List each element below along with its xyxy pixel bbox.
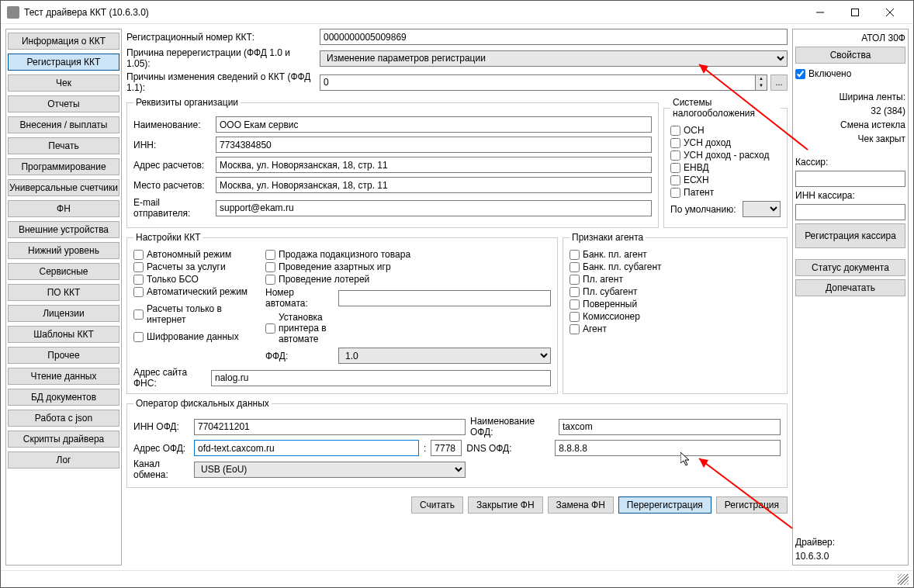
minimize-button[interactable] bbox=[802, 2, 837, 23]
org-inn-label: ИНН: bbox=[133, 140, 211, 150]
kkt-legend: Настройки ККТ bbox=[133, 232, 203, 243]
nav-print[interactable]: Печать bbox=[8, 137, 119, 154]
agent-paysub-check[interactable] bbox=[570, 287, 580, 297]
reg-cashier-button[interactable]: Регистрация кассира bbox=[795, 223, 905, 248]
changes-input[interactable] bbox=[320, 74, 755, 91]
tax-envd-check[interactable] bbox=[670, 163, 680, 173]
tape-value: 32 (384) bbox=[795, 105, 905, 116]
ofd-name-input[interactable] bbox=[559, 419, 781, 435]
nav-bddoc[interactable]: БД документов bbox=[8, 389, 119, 406]
changes-browse-button[interactable]: ... bbox=[770, 74, 788, 91]
ofd-channel-select[interactable]: USB (EoU) bbox=[194, 462, 466, 478]
nav-check[interactable]: Чек bbox=[8, 74, 119, 92]
kkt-internet-check[interactable] bbox=[133, 310, 144, 320]
cashier-input[interactable] bbox=[795, 171, 905, 187]
nav-software[interactable]: ПО ККТ bbox=[8, 284, 119, 301]
agent-fieldset: Признаки агента Банк. пл. агент Банк. пл… bbox=[563, 232, 788, 394]
resize-grip-icon[interactable] bbox=[898, 574, 909, 585]
org-name-input[interactable] bbox=[216, 116, 652, 133]
org-fieldset: Реквизиты организации Наименование: ИНН:… bbox=[126, 97, 659, 228]
nav-registration[interactable]: Регистрация ККТ bbox=[8, 54, 119, 71]
tax-patent-check[interactable] bbox=[670, 188, 680, 198]
nav-templates[interactable]: Шаблоны ККТ bbox=[8, 326, 119, 343]
org-email-input[interactable] bbox=[216, 200, 652, 216]
nav-fn[interactable]: ФН bbox=[8, 200, 119, 217]
ofd-addr-input[interactable] bbox=[194, 440, 419, 456]
org-place-input[interactable] bbox=[216, 177, 652, 193]
nav-log[interactable]: Лог bbox=[8, 451, 119, 469]
replace-fn-button[interactable]: Замена ФН bbox=[548, 496, 614, 514]
regnum-input[interactable] bbox=[320, 29, 788, 45]
nav-deposits[interactable]: Внесения / выплаты bbox=[8, 116, 119, 133]
nav-reports[interactable]: Отчеты bbox=[8, 95, 119, 112]
tax-default-select[interactable] bbox=[743, 201, 781, 217]
tax-legend: Системы налогооболожения bbox=[670, 97, 781, 119]
tax-patent-label: Патент bbox=[684, 187, 714, 198]
tax-usn-dr-check[interactable] bbox=[670, 150, 680, 161]
ofd-inn-input[interactable] bbox=[194, 419, 466, 435]
props-button[interactable]: Свойства bbox=[795, 47, 905, 64]
nav-json[interactable]: Работа с json bbox=[8, 410, 119, 427]
nav-ext[interactable]: Внешние устройства bbox=[8, 221, 119, 238]
shift-status: Смена истекла bbox=[795, 119, 905, 130]
nav-licenses[interactable]: Лицензии bbox=[8, 305, 119, 322]
agent-banksub-check[interactable] bbox=[570, 262, 580, 272]
nav-readdata[interactable]: Чтение данных bbox=[8, 368, 119, 385]
kkt-gambling-check[interactable] bbox=[265, 262, 275, 272]
doc-status-button[interactable]: Статус документа bbox=[795, 259, 905, 276]
changes-spinner[interactable]: ▲▼ bbox=[755, 74, 767, 91]
titlebar: Тест драйвера ККТ (10.6.3.0) bbox=[1, 1, 913, 24]
org-name-label: Наименование: bbox=[133, 119, 211, 130]
reason-label: Причина перерегистрации (ФФД 1.0 и 1.05)… bbox=[126, 47, 317, 69]
close-button[interactable] bbox=[872, 2, 907, 23]
org-email-label: E-mail отправителя: bbox=[133, 197, 211, 219]
nav-info[interactable]: Информация о ККТ bbox=[8, 33, 119, 50]
cashier-inn-input[interactable] bbox=[795, 204, 905, 220]
driver-version: 10.6.3.0 bbox=[795, 551, 905, 562]
reason-select[interactable]: Изменение параметров регистрации bbox=[320, 50, 788, 67]
maximize-button[interactable] bbox=[837, 2, 872, 23]
kkt-auto-check[interactable] bbox=[133, 287, 144, 297]
agent-commissioner-check[interactable] bbox=[570, 312, 580, 322]
kkt-lottery-check[interactable] bbox=[265, 275, 275, 285]
tax-usn-d-check[interactable] bbox=[670, 138, 680, 148]
agent-pay-check[interactable] bbox=[570, 275, 580, 285]
kkt-ffd-select[interactable]: 1.0 bbox=[338, 348, 551, 364]
kkt-autonomous-check[interactable] bbox=[133, 250, 144, 260]
tax-osn-label: ОСН bbox=[684, 125, 705, 136]
fns-input[interactable] bbox=[211, 370, 551, 386]
kkt-encrypt-check[interactable] bbox=[133, 332, 144, 342]
tax-fieldset: Системы налогооболожения ОСН УСН доход У… bbox=[663, 97, 788, 228]
tax-esxn-check[interactable] bbox=[670, 175, 680, 185]
tax-osn-check[interactable] bbox=[670, 126, 680, 136]
org-inn-input[interactable] bbox=[216, 137, 652, 153]
agent-attorney-check[interactable] bbox=[570, 299, 580, 310]
enabled-check[interactable] bbox=[795, 69, 805, 79]
org-addr-input[interactable] bbox=[216, 157, 652, 173]
rereg-button[interactable]: Перерегистрация bbox=[618, 496, 711, 514]
fns-label: Адрес сайта ФНС: bbox=[133, 367, 208, 389]
nav-low[interactable]: Нижний уровень bbox=[8, 242, 119, 259]
ofd-dns-input[interactable] bbox=[555, 440, 781, 456]
kkt-bso-check[interactable] bbox=[133, 275, 144, 285]
kkt-machine-input[interactable] bbox=[338, 290, 551, 306]
kkt-printer-check[interactable] bbox=[265, 323, 275, 334]
app-icon bbox=[7, 6, 19, 19]
reprint-button[interactable]: Допечатать bbox=[795, 279, 905, 296]
kkt-excise-check[interactable] bbox=[265, 250, 275, 260]
agent-agent-check[interactable] bbox=[570, 324, 580, 334]
model-label: АТОЛ 30Ф bbox=[795, 33, 905, 43]
kkt-services-check[interactable] bbox=[133, 262, 144, 272]
nav-other[interactable]: Прочее bbox=[8, 347, 119, 364]
nav-service[interactable]: Сервисные bbox=[8, 263, 119, 280]
close-fn-button[interactable]: Закрытие ФН bbox=[468, 496, 542, 514]
read-button[interactable]: Считать bbox=[411, 496, 463, 514]
cashier-inn-label: ИНН кассира: bbox=[795, 190, 905, 201]
nav-scripts[interactable]: Скрипты драйвера bbox=[8, 431, 119, 448]
ofd-port-input[interactable] bbox=[431, 440, 462, 456]
agent-bank-check[interactable] bbox=[570, 250, 580, 260]
tax-usn-d-label: УСН доход bbox=[684, 137, 731, 148]
reg-button[interactable]: Регистрация bbox=[716, 496, 788, 514]
nav-counters[interactable]: Универсальные счетчики bbox=[8, 179, 119, 196]
nav-programming[interactable]: Программирование bbox=[8, 158, 119, 175]
